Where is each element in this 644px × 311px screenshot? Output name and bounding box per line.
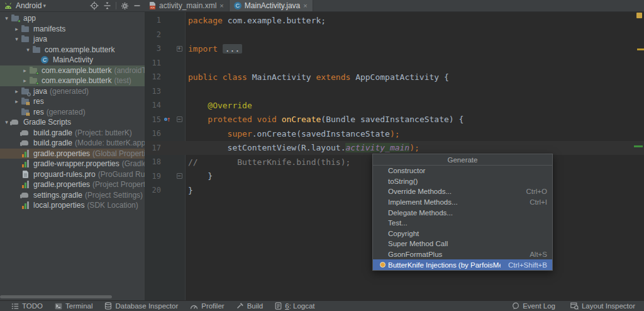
fold-collapse-icon[interactable]: − [177, 116, 182, 122]
tree-item-gradle-properties-project[interactable]: gradle.properties (Project Properties) [0, 179, 145, 190]
menu-item-super-method-call[interactable]: Super Method Call [373, 239, 552, 249]
chevron-down-icon[interactable] [24, 47, 32, 53]
hide-panel-icon[interactable] [133, 2, 141, 9]
toolwindow-logcat[interactable]: 6: Logcat [275, 302, 314, 310]
code-line: 16 super.onCreate(savedInstanceState); [145, 127, 644, 141]
tree-item-proguard-rules[interactable]: proguard-rules.pro (ProGuard Rules fo [0, 169, 145, 180]
collapse-all-icon[interactable] [103, 1, 111, 10]
xml-file-icon: <> [149, 2, 156, 9]
chevron-right-icon[interactable] [21, 77, 29, 84]
editor-tab-bar: <> activity_main.xml × C MainActivity.ja… [145, 0, 644, 11]
menu-item-gsonformatplus[interactable]: GsonFormatPlusAlt+S [373, 249, 552, 260]
tree-item-app[interactable]: app [0, 13, 145, 24]
toolwindow-profiler[interactable]: Profiler [190, 302, 224, 310]
menu-item-delegate-methods[interactable]: Delegate Methods... [373, 207, 552, 218]
tab-activity-main-xml[interactable]: <> activity_main.xml × [145, 0, 230, 11]
toolwindow-database-inspector[interactable]: Database Inspector [104, 302, 178, 310]
code-line: 15 ↑ − protected void onCreate(Bundle sa… [145, 113, 644, 127]
fold-expand-icon[interactable]: + [177, 46, 182, 52]
tree-item-java-generated[interactable]: java (generated) [0, 86, 145, 97]
inspections-status-marker[interactable] [636, 13, 642, 18]
chevron-down-icon[interactable] [13, 36, 21, 42]
layout-inspector-button[interactable]: Layout Inspector [570, 302, 635, 310]
tree-item-local-properties[interactable]: local.properties (SDK Location) [0, 200, 145, 211]
android-studio-window: Android ▾ [0, 0, 644, 311]
profiler-gauge-icon [190, 303, 198, 310]
project-panel-header: Android ▾ [0, 0, 145, 11]
tree-item-java[interactable]: java [0, 34, 145, 45]
tree-item-mainactivity[interactable]: C MainActivity [0, 55, 145, 65]
tree-item-manifests[interactable]: manifests [0, 24, 145, 35]
tree-item-build-gradle-module[interactable]: build.gradle (Module: butterK.app) [0, 138, 145, 149]
overriding-method-icon[interactable]: ↑ [164, 116, 171, 123]
chevron-right-icon[interactable] [13, 98, 21, 105]
res-folder-icon [21, 98, 30, 105]
tree-item-gradle-scripts[interactable]: Gradle Scripts [0, 117, 145, 128]
close-icon[interactable]: × [219, 3, 223, 9]
locate-file-icon[interactable] [90, 1, 99, 10]
code-line-current: 17 setContentView(R.layout.activity_main… [145, 141, 644, 156]
gradle-elephant-icon [11, 118, 20, 126]
folded-imports[interactable]: ... [223, 44, 242, 54]
res-folder-icon [21, 108, 30, 116]
tree-item-gradle-properties-global[interactable]: gradle.properties (Global Properties) [0, 149, 145, 159]
tree-item-package-androidtest[interactable]: com.example.butterk (androidTest) [0, 65, 145, 76]
properties-file-icon [21, 150, 30, 157]
gradle-elephant-icon [21, 191, 30, 199]
butterknife-plugin-icon [380, 262, 386, 268]
properties-file-icon [21, 181, 30, 188]
top-bar: Android ▾ [0, 0, 644, 12]
java-class-icon: C [234, 2, 242, 9]
tree-item-package-test[interactable]: com.example.butterk (test) [0, 76, 145, 86]
build-hammer-icon [236, 302, 244, 310]
status-bar: TODO Terminal Database Inspector [0, 300, 644, 311]
gradle-elephant-icon [21, 129, 30, 137]
menu-item-constructor[interactable]: Constructor [373, 166, 552, 176]
tree-item-package-butterk[interactable]: com.example.butterk [0, 45, 145, 55]
folder-icon [21, 35, 30, 43]
tab-mainactivity-java[interactable]: C MainActivity.java × [230, 0, 313, 11]
toolwindow-build[interactable]: Build [236, 302, 264, 310]
code-line: 13 [145, 84, 644, 99]
logcat-icon [275, 302, 282, 310]
gradle-elephant-icon [21, 139, 30, 147]
fold-collapse-icon[interactable]: − [177, 173, 182, 179]
menu-item-test[interactable]: Test... [373, 218, 552, 229]
code-line: 14 @Override [145, 98, 644, 113]
close-icon[interactable]: × [303, 3, 307, 9]
chevron-right-icon[interactable] [13, 88, 21, 94]
project-tree: app manifests java com.example.butterk [0, 12, 145, 211]
package-folder-icon [32, 46, 42, 54]
event-log-icon [512, 302, 519, 310]
layout-inspector-icon [570, 302, 579, 310]
menu-item-implement-methods[interactable]: Implement Methods...Ctrl+I [373, 197, 552, 208]
chevron-right-icon[interactable] [13, 26, 21, 32]
event-log-button[interactable]: Event Log [512, 302, 555, 310]
chevron-down-icon[interactable]: ▾ [43, 3, 46, 9]
usage-stripe-mark[interactable] [634, 145, 643, 147]
file-icon [21, 171, 30, 178]
chevron-right-icon[interactable] [21, 67, 29, 74]
toolwindow-terminal[interactable]: Terminal [55, 302, 92, 310]
menu-item-copyright[interactable]: Copyright [373, 229, 552, 239]
code-line: 11 [145, 56, 644, 71]
warning-stripe-mark[interactable] [637, 48, 644, 50]
generated-folder-icon [21, 88, 30, 95]
tree-item-res[interactable]: res [0, 96, 145, 107]
toolwindow-todo[interactable]: TODO [11, 302, 43, 310]
code-line: 3 + import ... [145, 42, 644, 56]
horizontal-scrollbar[interactable] [0, 295, 112, 298]
java-class-icon: C [40, 56, 50, 64]
database-icon [104, 302, 112, 310]
properties-file-icon [21, 201, 30, 209]
tree-item-gradle-wrapper-properties[interactable]: gradle-wrapper.properties (Gradle Vers [0, 159, 145, 169]
menu-item-tostring[interactable]: toString() [373, 176, 552, 187]
project-view-selector[interactable]: Android [16, 1, 42, 10]
tree-item-res-generated[interactable]: res (generated) [0, 107, 145, 118]
chevron-down-icon[interactable] [3, 15, 11, 21]
tree-item-build-gradle-project[interactable]: build.gradle (Project: butterK) [0, 128, 145, 139]
tree-item-settings-gradle[interactable]: settings.gradle (Project Settings) [0, 190, 145, 201]
settings-gear-icon[interactable] [121, 2, 129, 10]
menu-item-butterknife-injections[interactable]: ButterKnife Injections (by ParfoisMeng) … [373, 259, 552, 270]
menu-item-override-methods[interactable]: Override Methods...Ctrl+O [373, 186, 552, 197]
